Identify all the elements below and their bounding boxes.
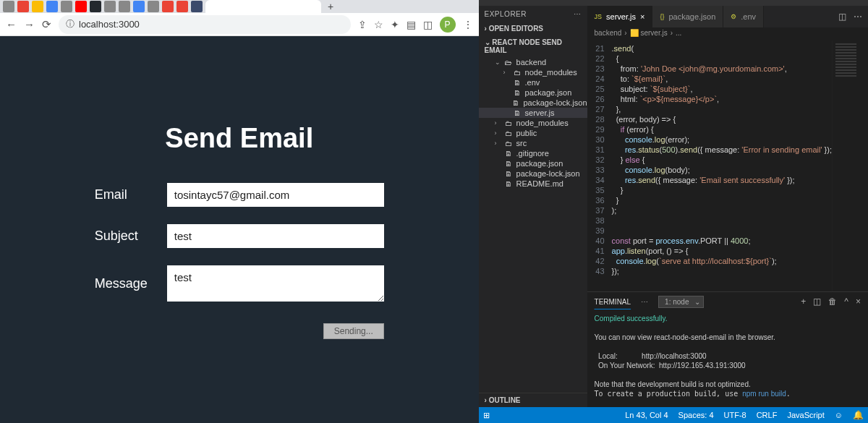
- profile-avatar[interactable]: P: [440, 17, 456, 33]
- menu-icon[interactable]: ⋮: [463, 19, 473, 30]
- extensions-icon[interactable]: ✦: [391, 19, 399, 30]
- terminal-output[interactable]: Compiled successfully. You can now view …: [587, 311, 868, 407]
- terminal-tab[interactable]: TERMINAL: [595, 298, 631, 306]
- status-lncol[interactable]: Ln 43, Col 4: [625, 411, 668, 419]
- info-icon: ⓘ: [66, 18, 75, 30]
- terminal-panel: TERMINAL ⋯ 1: node + ◫ 🗑 ^ × Compiled su…: [587, 291, 868, 407]
- favicon-icon[interactable]: [61, 1, 72, 12]
- favicon-icon[interactable]: [32, 1, 43, 12]
- trash-icon[interactable]: 🗑: [828, 296, 837, 307]
- file-item[interactable]: 🗎README.md: [479, 179, 587, 189]
- folder-item[interactable]: ⌄🗁backend: [479, 57, 587, 67]
- file-item[interactable]: 🗎server.js: [479, 108, 587, 118]
- folder-item[interactable]: ›🗀node_modules: [479, 118, 587, 128]
- file-item[interactable]: 🗎package.json: [479, 87, 587, 98]
- reading-list-icon[interactable]: ▤: [407, 19, 416, 30]
- open-editors-section[interactable]: › OPEN EDITORS: [479, 22, 587, 35]
- status-spaces[interactable]: Spaces: 4: [678, 411, 714, 419]
- browser-toolbar: ← → ⟳ ⓘ localhost:3000 ⇪ ☆ ✦ ▤ ◫ P ⋮: [0, 13, 479, 36]
- status-encoding[interactable]: UTF-8: [724, 411, 746, 419]
- favicon-icon[interactable]: [75, 1, 87, 12]
- favicon-icon[interactable]: [176, 1, 188, 12]
- file-icon: JS: [595, 13, 603, 20]
- more-icon[interactable]: ⋯: [574, 10, 582, 18]
- favicon-icon[interactable]: [133, 1, 145, 12]
- outline-section[interactable]: › OUTLINE: [479, 393, 587, 407]
- email-field[interactable]: [167, 183, 384, 207]
- favicon-icon[interactable]: [119, 1, 130, 12]
- message-field[interactable]: test: [167, 265, 384, 302]
- side-panel-icon[interactable]: ◫: [423, 19, 433, 30]
- page-title: Send Email: [165, 123, 313, 154]
- explorer-sidebar: EXPLORER ⋯ › OPEN EDITORS ⌄ REACT NODE S…: [479, 6, 587, 407]
- subject-field[interactable]: [167, 224, 384, 248]
- file-item[interactable]: 🗎package-lock.json: [479, 168, 587, 179]
- url-text: localhost:3000: [79, 19, 140, 30]
- new-terminal-icon[interactable]: +: [801, 296, 806, 307]
- file-tree: ⌄🗁backend›🗀node_modules 🗎.env 🗎package.j…: [479, 57, 587, 189]
- forward-icon[interactable]: →: [24, 18, 35, 30]
- project-section[interactable]: ⌄ REACT NODE SEND EMAIL: [479, 35, 587, 57]
- folder-item[interactable]: ›🗀public: [479, 128, 587, 138]
- page-content: Send Email Email Subject Message test Se…: [0, 36, 479, 423]
- back-icon[interactable]: ←: [6, 18, 17, 30]
- new-tab-button[interactable]: +: [324, 1, 337, 12]
- status-bar: ⊞ Ln 43, Col 4 Spaces: 4 UTF-8 CRLF Java…: [479, 407, 868, 423]
- folder-item[interactable]: ›🗀src: [479, 138, 587, 148]
- favicon-icon[interactable]: [191, 1, 203, 12]
- close-icon[interactable]: ×: [856, 296, 861, 307]
- file-item[interactable]: 🗎package.json: [479, 158, 587, 168]
- maximize-icon[interactable]: ^: [844, 296, 848, 307]
- browser-window: + ← → ⟳ ⓘ localhost:3000 ⇪ ☆ ✦ ▤ ◫ P ⋮ S…: [0, 0, 479, 423]
- share-icon[interactable]: ⇪: [358, 19, 367, 30]
- breadcrumb[interactable]: backend›🟨 server.js›...: [587, 27, 868, 40]
- favicon-icon[interactable]: [17, 1, 29, 12]
- editor-tab[interactable]: ⚙.env: [723, 6, 764, 27]
- reload-icon[interactable]: ⟳: [42, 18, 51, 31]
- submit-button[interactable]: Sending...: [323, 323, 384, 339]
- remote-icon[interactable]: ⊞: [483, 411, 490, 420]
- explorer-title: EXPLORER: [485, 10, 527, 18]
- status-language[interactable]: JavaScript: [787, 411, 824, 419]
- favicon-icon[interactable]: [46, 1, 58, 12]
- status-eol[interactable]: CRLF: [757, 411, 778, 419]
- terminal-selector[interactable]: 1: node: [658, 296, 704, 308]
- editor-tab[interactable]: {}package.json: [652, 6, 723, 27]
- address-bar[interactable]: ⓘ localhost:3000: [59, 15, 351, 34]
- file-item[interactable]: 🗎.gitignore: [479, 148, 587, 158]
- file-item[interactable]: 🗎package-lock.json: [479, 98, 587, 108]
- split-terminal-icon[interactable]: ◫: [813, 296, 821, 307]
- more-icon[interactable]: ⋯: [641, 298, 648, 306]
- split-editor-icon[interactable]: ◫: [838, 12, 846, 22]
- code-editor[interactable]: 21 22 23 24 25 26 27 28 29 30 31 32 33 3…: [587, 40, 832, 291]
- subject-label: Subject: [95, 228, 167, 244]
- browser-tabstrip: +: [0, 0, 479, 13]
- message-label: Message: [95, 276, 167, 291]
- favicon-icon[interactable]: [162, 1, 174, 12]
- feedback-icon[interactable]: ☺: [835, 411, 843, 419]
- more-icon[interactable]: ⋯: [854, 12, 862, 22]
- file-icon: {}: [660, 13, 664, 20]
- bell-icon[interactable]: 🔔: [853, 410, 864, 420]
- browser-tab-active[interactable]: [205, 0, 321, 13]
- minimap[interactable]: [832, 40, 868, 291]
- folder-item[interactable]: ›🗀node_modules: [479, 67, 587, 77]
- favicon-icon[interactable]: [3, 1, 14, 12]
- favicon-icon[interactable]: [90, 1, 101, 12]
- vscode-titlebar: [479, 0, 868, 6]
- editor-tab[interactable]: JSserver.js×: [587, 6, 653, 27]
- email-label: Email: [95, 187, 167, 202]
- editor-area: JSserver.js×{}package.json⚙.env◫⋯ backen…: [587, 6, 868, 407]
- vscode-window: EXPLORER ⋯ › OPEN EDITORS ⌄ REACT NODE S…: [479, 0, 868, 423]
- favicon-icon[interactable]: [104, 1, 116, 12]
- close-icon[interactable]: ×: [640, 12, 644, 21]
- file-icon: ⚙: [731, 13, 736, 20]
- star-icon[interactable]: ☆: [374, 19, 383, 30]
- favicon-icon[interactable]: [148, 1, 159, 12]
- file-item[interactable]: 🗎.env: [479, 77, 587, 87]
- editor-tabs: JSserver.js×{}package.json⚙.env◫⋯: [587, 6, 868, 27]
